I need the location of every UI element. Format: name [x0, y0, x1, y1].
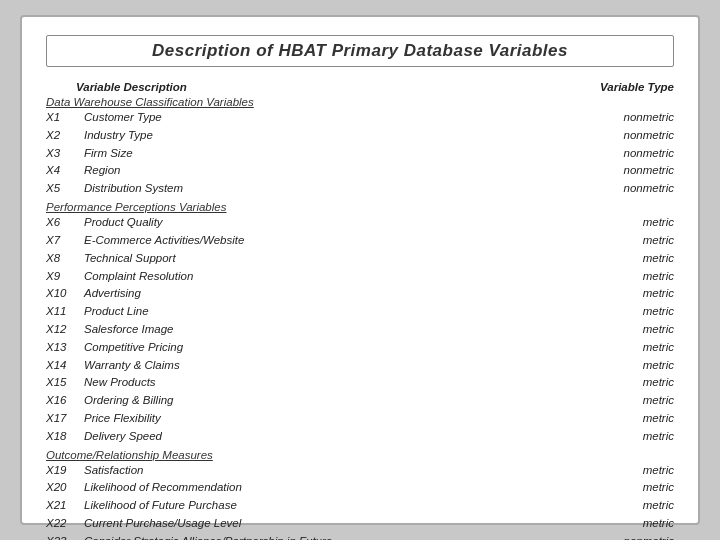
var-code: X20	[46, 479, 84, 497]
var-type: metric	[584, 428, 674, 446]
table-row: X6Product Qualitymetric	[46, 214, 674, 232]
table-row: X7E-Commerce Activities/Websitemetric	[46, 232, 674, 250]
var-type: metric	[584, 515, 674, 533]
var-desc: Ordering & Billing	[84, 392, 584, 410]
var-desc: Price Flexibility	[84, 410, 584, 428]
table-row: X17Price Flexibilitymetric	[46, 410, 674, 428]
var-desc: Consider Strategic Alliance/Partnership …	[84, 533, 584, 540]
table-row: X14Warranty & Claimsmetric	[46, 357, 674, 375]
var-type: metric	[584, 232, 674, 250]
var-code: X3	[46, 145, 84, 163]
table-row: X18Delivery Speedmetric	[46, 428, 674, 446]
var-code: X17	[46, 410, 84, 428]
table-row: X23Consider Strategic Alliance/Partnersh…	[46, 533, 674, 540]
table-row: X13Competitive Pricingmetric	[46, 339, 674, 357]
table-row: X20Likelihood of Recommendationmetric	[46, 479, 674, 497]
table-row: X3Firm Sizenonmetric	[46, 145, 674, 163]
table-row: X11Product Linemetric	[46, 303, 674, 321]
var-type: metric	[584, 410, 674, 428]
table-row: X1Customer Typenonmetric	[46, 109, 674, 127]
var-code: X8	[46, 250, 84, 268]
table-body: Data Warehouse Classification VariablesX…	[46, 96, 674, 540]
var-type: metric	[584, 268, 674, 286]
var-desc: Region	[84, 162, 584, 180]
table-row: X15New Productsmetric	[46, 374, 674, 392]
var-desc: Competitive Pricing	[84, 339, 584, 357]
var-code: X13	[46, 339, 84, 357]
var-type: nonmetric	[584, 127, 674, 145]
var-desc: Advertising	[84, 285, 584, 303]
slide-title: Description of HBAT Primary Database Var…	[46, 35, 674, 67]
var-type: metric	[584, 374, 674, 392]
var-desc: Delivery Speed	[84, 428, 584, 446]
var-type: metric	[584, 392, 674, 410]
header-col1: Variable Description	[76, 81, 187, 93]
var-desc: Industry Type	[84, 127, 584, 145]
slide-container: Description of HBAT Primary Database Var…	[20, 15, 700, 525]
var-code: X21	[46, 497, 84, 515]
var-type: metric	[584, 462, 674, 480]
var-desc: Distribution System	[84, 180, 584, 198]
table-row: X9Complaint Resolutionmetric	[46, 268, 674, 286]
var-type: nonmetric	[584, 162, 674, 180]
var-type: nonmetric	[584, 180, 674, 198]
table-row: X19Satisfactionmetric	[46, 462, 674, 480]
var-code: X10	[46, 285, 84, 303]
table-row: X8Technical Supportmetric	[46, 250, 674, 268]
var-type: metric	[584, 250, 674, 268]
var-type: nonmetric	[584, 109, 674, 127]
var-type: nonmetric	[584, 533, 674, 540]
var-code: X5	[46, 180, 84, 198]
table-row: X12Salesforce Imagemetric	[46, 321, 674, 339]
var-desc: Complaint Resolution	[84, 268, 584, 286]
var-type: metric	[584, 497, 674, 515]
var-code: X14	[46, 357, 84, 375]
var-desc: New Products	[84, 374, 584, 392]
header-col2: Variable Type	[600, 81, 674, 93]
var-type: nonmetric	[584, 145, 674, 163]
table-area: Variable Description Variable Type Data …	[46, 81, 674, 540]
var-desc: Likelihood of Recommendation	[84, 479, 584, 497]
var-code: X18	[46, 428, 84, 446]
table-row: X4Regionnonmetric	[46, 162, 674, 180]
var-desc: Technical Support	[84, 250, 584, 268]
var-code: X23	[46, 533, 84, 540]
var-desc: Customer Type	[84, 109, 584, 127]
var-type: metric	[584, 339, 674, 357]
var-type: metric	[584, 321, 674, 339]
var-type: metric	[584, 357, 674, 375]
var-desc: Current Purchase/Usage Level	[84, 515, 584, 533]
table-row: X16Ordering & Billingmetric	[46, 392, 674, 410]
var-desc: Satisfaction	[84, 462, 584, 480]
var-desc: Warranty & Claims	[84, 357, 584, 375]
var-type: metric	[584, 285, 674, 303]
table-row: X5Distribution Systemnonmetric	[46, 180, 674, 198]
var-type: metric	[584, 303, 674, 321]
var-code: X11	[46, 303, 84, 321]
var-desc: Firm Size	[84, 145, 584, 163]
var-code: X1	[46, 109, 84, 127]
var-type: metric	[584, 214, 674, 232]
table-row: X21Likelihood of Future Purchasemetric	[46, 497, 674, 515]
var-desc: Product Line	[84, 303, 584, 321]
table-row: X2Industry Typenonmetric	[46, 127, 674, 145]
section-label-0: Data Warehouse Classification Variables	[46, 96, 674, 108]
var-code: X7	[46, 232, 84, 250]
var-code: X2	[46, 127, 84, 145]
section-label-2: Outcome/Relationship Measures	[46, 449, 674, 461]
var-desc: Likelihood of Future Purchase	[84, 497, 584, 515]
var-desc: Product Quality	[84, 214, 584, 232]
var-type: metric	[584, 479, 674, 497]
var-code: X15	[46, 374, 84, 392]
var-code: X22	[46, 515, 84, 533]
table-header: Variable Description Variable Type	[46, 81, 674, 93]
section-label-1: Performance Perceptions Variables	[46, 201, 674, 213]
var-code: X9	[46, 268, 84, 286]
var-code: X19	[46, 462, 84, 480]
var-code: X4	[46, 162, 84, 180]
var-code: X12	[46, 321, 84, 339]
var-desc: Salesforce Image	[84, 321, 584, 339]
table-row: X10Advertisingmetric	[46, 285, 674, 303]
var-code: X16	[46, 392, 84, 410]
var-code: X6	[46, 214, 84, 232]
